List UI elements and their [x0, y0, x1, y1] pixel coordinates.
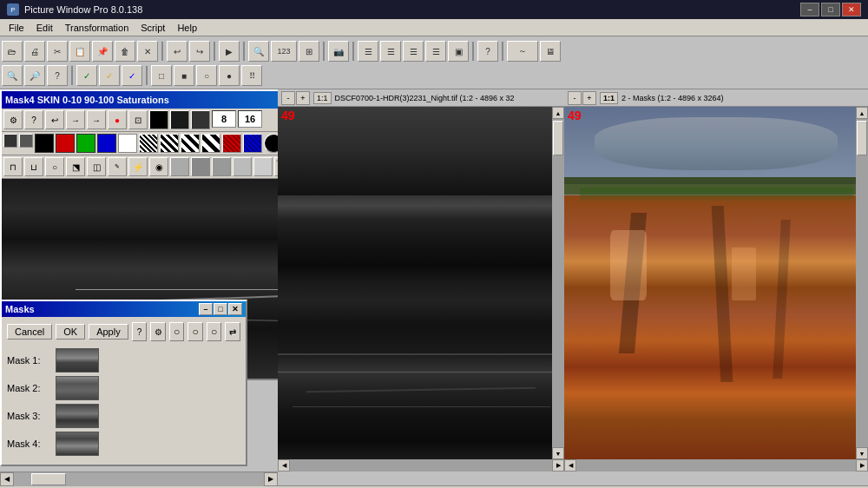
menu-transformation[interactable]: Transformation	[60, 21, 135, 35]
tb2-check-green[interactable]: ✓	[76, 65, 97, 86]
gray-sw-3[interactable]	[212, 157, 231, 176]
menu-file[interactable]: File	[3, 21, 30, 35]
tb-delete-btn[interactable]: 🗑	[115, 41, 135, 62]
tb-help-btn[interactable]: ?	[477, 41, 498, 62]
tb2-check-yellow[interactable]: ✓	[99, 65, 120, 86]
pattern-2[interactable]	[160, 134, 179, 153]
gray-sw-2[interactable]	[191, 157, 210, 176]
tb-zoom-btn[interactable]: 🔍	[248, 41, 269, 62]
pattern-3[interactable]	[181, 134, 200, 153]
dlg-t3-7[interactable]: ⚡	[128, 157, 148, 176]
tb-close-btn[interactable]: ✕	[137, 41, 158, 62]
tb-layout2-btn[interactable]: ☰	[380, 41, 401, 62]
apply-button[interactable]: Apply	[89, 324, 128, 340]
tb2-square-filled[interactable]: ■	[174, 65, 194, 86]
pattern-6[interactable]	[243, 134, 262, 153]
tb-redo-btn[interactable]: ↪	[189, 41, 210, 62]
color-swatch-blue[interactable]	[97, 134, 116, 153]
tb2-question[interactable]: ?	[47, 65, 68, 86]
tb2-dots[interactable]: ⠿	[241, 65, 262, 86]
mask-3-thumb[interactable]	[56, 404, 99, 428]
tb-new-btn[interactable]: 🗁	[2, 41, 23, 62]
masks-close-btn[interactable]: ✕	[228, 303, 242, 315]
dlg-dot-btn[interactable]: ●	[108, 110, 127, 129]
ok-button[interactable]: OK	[56, 324, 85, 340]
tb-copy-btn[interactable]: 📋	[69, 41, 90, 62]
tb-layout3-btn[interactable]: ☰	[403, 41, 424, 62]
tb2-square-open[interactable]: □	[151, 65, 172, 86]
minimize-button[interactable]: –	[800, 3, 819, 16]
pattern-7[interactable]	[264, 134, 278, 153]
bw-zoom-in-btn[interactable]: +	[296, 91, 310, 105]
tb-print-btn[interactable]: 🖨	[24, 41, 45, 62]
dlg-sq-dark-1[interactable]	[191, 110, 210, 129]
pattern-4[interactable]	[201, 134, 220, 153]
color-swatch-black[interactable]	[35, 134, 54, 153]
gray-sw-4[interactable]	[233, 157, 252, 176]
color-scroll-right[interactable]: ▶	[856, 459, 868, 472]
tb-paste-btn[interactable]: 📌	[92, 41, 113, 62]
menu-script[interactable]: Script	[135, 21, 170, 35]
color-zoom-in-btn[interactable]: +	[582, 91, 596, 105]
dlg-sq-black-2[interactable]	[170, 110, 189, 129]
masks-restore-btn[interactable]: □	[214, 303, 227, 315]
tb-camera-btn[interactable]: 📷	[328, 41, 349, 62]
masks-arrows-btn[interactable]: ⇄	[225, 322, 240, 341]
color-scroll-up[interactable]: ▲	[856, 107, 868, 119]
dlg-t3-6[interactable]: ✎	[108, 157, 127, 176]
tb-layout4-btn[interactable]: ☰	[425, 41, 446, 62]
mask-1-thumb[interactable]	[56, 348, 99, 373]
dlg-arrow1-btn[interactable]: →	[66, 110, 85, 129]
sb-right-arrow[interactable]: ▶	[264, 472, 278, 486]
color-swatch-green[interactable]	[76, 134, 95, 153]
cancel-button[interactable]: Cancel	[7, 324, 52, 340]
dlg-undo-btn[interactable]: ↩	[45, 110, 64, 129]
bw-scroll-right[interactable]: ▶	[552, 459, 564, 472]
color-scroll-left[interactable]: ◀	[564, 459, 576, 472]
tb-layout1-btn[interactable]: ☰	[358, 41, 378, 62]
curve-btn-1[interactable]: ⌒	[274, 157, 278, 176]
tb2-circle-open[interactable]: ○	[196, 65, 217, 86]
gray-sw-5[interactable]	[253, 157, 273, 176]
pattern-1[interactable]	[139, 134, 158, 153]
mask-4-thumb[interactable]	[56, 432, 99, 456]
dlg-t3-3[interactable]: ○	[45, 157, 64, 176]
masks-circle3-btn[interactable]: ○	[207, 322, 222, 341]
menu-help[interactable]: Help	[172, 21, 202, 35]
color-swatch-white[interactable]	[118, 134, 137, 153]
tb-cut-btn[interactable]: ✂	[47, 41, 68, 62]
dlg-t3-2[interactable]: ⊔	[24, 157, 43, 176]
color-scroll-down[interactable]: ▼	[856, 447, 868, 459]
tb2-circle-filled[interactable]: ●	[219, 65, 240, 86]
dlg-help-btn[interactable]: ?	[24, 110, 43, 129]
masks-gear-btn[interactable]: ⚙	[150, 322, 166, 341]
dlg-t3-8[interactable]: ◉	[149, 157, 168, 176]
dlg-t3-5[interactable]: ◫	[87, 157, 106, 176]
masks-help-btn[interactable]: ?	[132, 322, 148, 341]
close-button[interactable]: ✕	[842, 3, 861, 16]
menu-edit[interactable]: Edit	[31, 21, 58, 35]
masks-minimize-btn[interactable]: –	[199, 303, 213, 315]
tb-monitor-btn[interactable]: 🖥	[540, 41, 561, 62]
dlg-gear-btn[interactable]: ⚙	[3, 110, 23, 129]
tb2-zoom-in[interactable]: 🔍	[2, 65, 23, 86]
color-scroll-thumb-v[interactable]	[857, 121, 867, 155]
sb-left-arrow[interactable]: ◀	[0, 472, 14, 486]
bw-scroll-left[interactable]: ◀	[278, 459, 290, 472]
dlg-sq-sm-1[interactable]	[3, 134, 17, 148]
tb-wave-btn[interactable]: ～	[507, 41, 538, 62]
bw-scroll-down[interactable]: ▼	[552, 447, 564, 459]
color-zoom-out-btn[interactable]: -	[568, 91, 582, 105]
tb-layout5-btn[interactable]: ▣	[448, 41, 469, 62]
dlg-t3-4[interactable]: ⬔	[66, 157, 85, 176]
bw-scroll-thumb-v[interactable]	[553, 121, 563, 155]
dlg-sq-black-1[interactable]	[149, 110, 168, 129]
tb2-check-blue[interactable]: ✓	[122, 65, 142, 86]
tb2-zoom-out[interactable]: 🔎	[24, 65, 45, 86]
maximize-button[interactable]: □	[821, 3, 840, 16]
dlg-t3-1[interactable]: ⊓	[3, 157, 23, 176]
dlg-sq-sm-2[interactable]	[19, 134, 33, 148]
tb-grid-btn[interactable]: ⊞	[299, 41, 319, 62]
masks-circle1-btn[interactable]: ○	[169, 322, 185, 341]
tb-play-btn[interactable]: ▶	[219, 41, 240, 62]
